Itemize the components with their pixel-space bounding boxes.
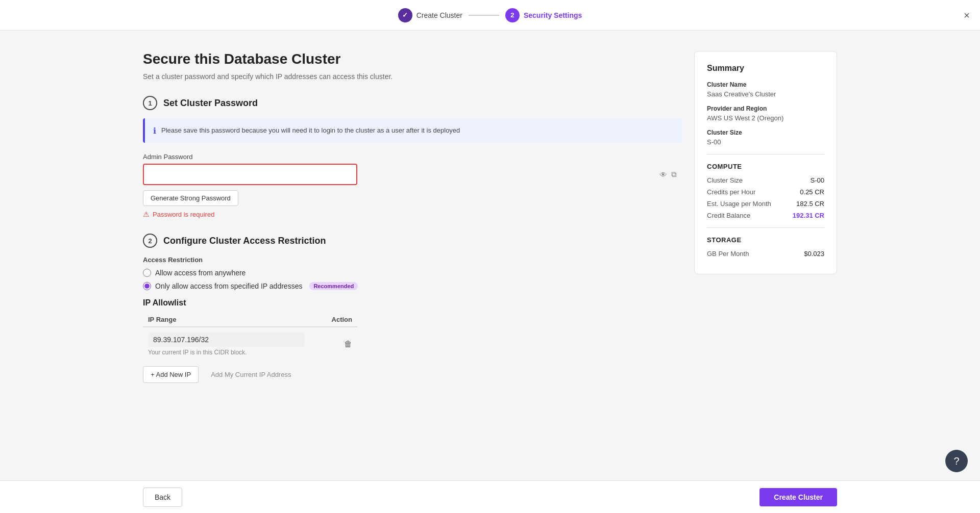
compute-size-row: Cluster Size S-00 — [707, 176, 824, 184]
add-buttons: + Add New IP Add My Current IP Address — [143, 366, 682, 383]
add-my-ip-button[interactable]: Add My Current IP Address — [204, 366, 298, 383]
error-icon: ⚠ — [143, 210, 150, 218]
show-password-icon[interactable]: 👁 — [659, 170, 667, 179]
step1-header: 1 Set Cluster Password — [143, 96, 682, 110]
radio-allow-anywhere[interactable]: Allow access from anywhere — [143, 269, 682, 277]
step1-title: Set Cluster Password — [163, 98, 258, 109]
cluster-name-row: Cluster Name Saas Creative's Cluster — [707, 81, 824, 98]
credit-balance-val: 192.31 CR — [793, 212, 824, 219]
gb-per-month-row: GB Per Month $0.023 — [707, 250, 824, 258]
gb-per-month-val: $0.023 — [804, 250, 824, 258]
password-error: ⚠ Password is required — [143, 210, 682, 218]
cluster-name-value: Saas Creative's Cluster — [707, 90, 824, 98]
provider-value: AWS US West 2 (Oregon) — [707, 114, 824, 122]
compute-size-key: Cluster Size — [707, 176, 743, 184]
gb-per-month-key: GB Per Month — [707, 250, 749, 258]
compute-size-val: S-00 — [811, 176, 824, 184]
credit-balance-row: Credit Balance 192.31 CR — [707, 212, 824, 219]
password-wrapper: 👁 ⧉ — [143, 164, 682, 185]
summary-panel: Summary Cluster Name Saas Creative's Clu… — [694, 51, 837, 274]
step2-section: 2 Configure Cluster Access Restriction A… — [143, 234, 682, 383]
storage-heading: STORAGE — [707, 236, 824, 244]
add-new-ip-button[interactable]: + Add New IP — [143, 366, 199, 383]
credits-per-hour-row: Credits per Hour 0.25 CR — [707, 188, 824, 196]
step2-title: Configure Cluster Access Restriction — [163, 236, 326, 246]
radio-allow-specified[interactable]: Only allow access from specified IP addr… — [143, 282, 682, 290]
bottom-bar: Back Create Cluster — [0, 480, 980, 513]
password-icons: 👁 ⧉ — [659, 170, 677, 179]
credit-balance-key: Credit Balance — [707, 212, 750, 219]
step1-label: Create Cluster — [416, 11, 462, 19]
wizard-connector — [469, 15, 499, 16]
est-usage-key: Est. Usage per Month — [707, 200, 771, 208]
est-usage-val: 182.5 CR — [796, 200, 824, 208]
ip-cell: 89.39.107.196/32 Your current IP is in t… — [143, 327, 310, 361]
close-button[interactable]: × — [964, 9, 970, 21]
est-usage-row: Est. Usage per Month 182.5 CR — [707, 200, 824, 208]
wizard-step-security-settings: 2 Security Settings — [505, 8, 582, 22]
copy-password-icon[interactable]: ⧉ — [671, 170, 677, 179]
recommended-badge: Recommended — [309, 282, 358, 290]
access-restriction-label: Access Restriction — [143, 256, 682, 264]
help-button[interactable]: ? — [945, 450, 968, 472]
divider2 — [707, 227, 824, 228]
info-icon: ℹ — [153, 126, 156, 136]
info-box: ℹ Please save this password because you … — [143, 118, 682, 143]
password-input[interactable] — [143, 164, 357, 185]
cluster-size-value: S-00 — [707, 138, 824, 146]
generate-password-button[interactable]: Generate Strong Password — [143, 190, 238, 206]
compute-heading: COMPUTE — [707, 163, 824, 170]
table-row: 89.39.107.196/32 Your current IP is in t… — [143, 327, 357, 361]
divider1 — [707, 154, 824, 155]
action-header: Action — [310, 313, 357, 327]
main-content: Secure this Database Cluster Set a clust… — [0, 31, 980, 419]
credits-per-hour-val: 0.25 CR — [800, 188, 824, 196]
step2-circle: 2 — [505, 8, 520, 22]
wizard-step-create-cluster: ✓ Create Cluster — [398, 8, 462, 22]
radio-anywhere-input[interactable] — [143, 269, 151, 277]
radio-specified-input[interactable] — [143, 282, 151, 290]
page-subtitle: Set a cluster password and specify which… — [143, 72, 682, 81]
step2-header: 2 Configure Cluster Access Restriction — [143, 234, 682, 248]
page-title: Secure this Database Cluster — [143, 51, 682, 67]
step2-number: 2 — [143, 234, 157, 248]
back-button[interactable]: Back — [143, 488, 182, 507]
wizard-bar: ✓ Create Cluster 2 Security Settings × — [0, 0, 980, 31]
credits-per-hour-key: Credits per Hour — [707, 188, 755, 196]
provider-row: Provider and Region AWS US West 2 (Orego… — [707, 105, 824, 122]
delete-ip-button[interactable]: 🗑 — [344, 340, 352, 349]
ip-hint: Your current IP is in this CIDR block. — [148, 349, 305, 356]
error-text: Password is required — [153, 211, 214, 218]
ip-value: 89.39.107.196/32 — [148, 332, 305, 347]
create-cluster-button[interactable]: Create Cluster — [760, 488, 837, 506]
step1-circle: ✓ — [398, 8, 412, 22]
password-label: Admin Password — [143, 153, 682, 161]
summary-title: Summary — [707, 64, 824, 73]
wizard-steps: ✓ Create Cluster 2 Security Settings — [398, 8, 582, 22]
ip-table: IP Range Action 89.39.107.196/32 Your cu… — [143, 313, 357, 361]
form-area: Secure this Database Cluster Set a clust… — [143, 51, 682, 398]
cluster-size-key: Cluster Size — [707, 129, 824, 136]
info-text: Please save this password because you wi… — [161, 125, 460, 136]
ip-allowlist-title: IP Allowlist — [143, 298, 682, 307]
cluster-name-key: Cluster Name — [707, 81, 824, 88]
cluster-size-row: Cluster Size S-00 — [707, 129, 824, 146]
provider-key: Provider and Region — [707, 105, 824, 112]
step1-section: 1 Set Cluster Password ℹ Please save thi… — [143, 96, 682, 218]
step2-label: Security Settings — [524, 11, 582, 19]
radio-specified-label: Only allow access from specified IP addr… — [155, 282, 302, 290]
action-cell: 🗑 — [310, 327, 357, 361]
ip-range-header: IP Range — [143, 313, 310, 327]
step1-number: 1 — [143, 96, 157, 110]
radio-anywhere-label: Allow access from anywhere — [155, 269, 246, 277]
